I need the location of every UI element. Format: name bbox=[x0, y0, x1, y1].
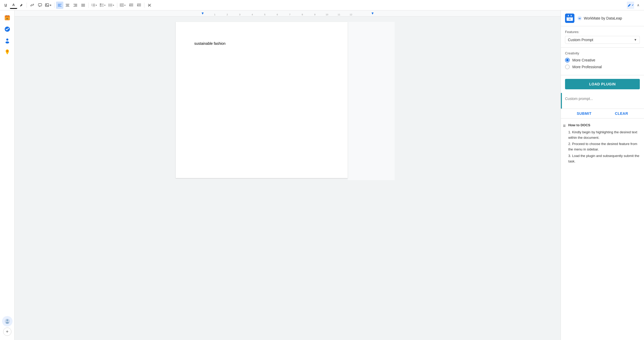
ruler-inner: 1 2 3 4 5 6 7 8 9 10 11 12 bbox=[202, 10, 374, 16]
ruler-tick-11: 11 bbox=[338, 13, 340, 16]
comment-button[interactable] bbox=[36, 2, 44, 9]
svg-point-47 bbox=[6, 39, 8, 41]
ruler-tick-10: 10 bbox=[326, 13, 328, 16]
bullet-list-button[interactable] bbox=[107, 2, 115, 9]
ruler-tick-1: 1 bbox=[214, 13, 216, 16]
howto-icon: ≡ bbox=[563, 123, 566, 164]
howto-step-3: 3. Load the plugin and subsequently subm… bbox=[568, 153, 640, 164]
doc-page-wrapper: sustainable fashion bbox=[176, 22, 400, 180]
ruler-tick-5: 5 bbox=[264, 13, 266, 16]
howto-content: How to DOCS 1. Kindly begin by highlight… bbox=[568, 123, 640, 164]
chevron-down-icon: ▼ bbox=[634, 38, 637, 42]
toolbar: U A 1.2. bbox=[0, 0, 644, 10]
divider-3 bbox=[88, 3, 89, 8]
numbered-list-button[interactable]: 1.2. bbox=[90, 2, 98, 9]
features-section: Features: Custom Prompt ▼ bbox=[561, 26, 644, 48]
creativity-label: Creativity bbox=[565, 51, 640, 55]
svg-point-2 bbox=[46, 4, 47, 5]
align-left-button[interactable] bbox=[56, 2, 63, 9]
outdent-button[interactable] bbox=[135, 2, 143, 9]
plugin-logo: 31 bbox=[565, 14, 574, 23]
svg-text:31: 31 bbox=[6, 18, 8, 20]
radio-label-creative: More Creative bbox=[572, 58, 595, 62]
align-right-button[interactable] bbox=[72, 2, 79, 9]
svg-text:2.: 2. bbox=[91, 5, 92, 6]
creativity-section: Creativity More Creative More Profession… bbox=[561, 48, 644, 75]
indent-button[interactable] bbox=[127, 2, 135, 9]
feature-selected-value: Custom Prompt bbox=[568, 38, 593, 42]
image-button[interactable] bbox=[44, 2, 53, 9]
ruler-tick-4: 4 bbox=[252, 13, 253, 16]
ruler: 1 2 3 4 5 6 7 8 9 10 11 12 bbox=[15, 10, 561, 17]
svg-rect-56 bbox=[568, 15, 569, 16]
ruler-tick-8: 8 bbox=[302, 13, 303, 16]
doc-pages: sustainable fashion bbox=[15, 17, 561, 340]
feature-select[interactable]: Custom Prompt ▼ bbox=[565, 36, 640, 44]
edit-pen-button[interactable] bbox=[627, 2, 634, 9]
ruler-tick-9: 9 bbox=[314, 13, 316, 16]
radio-dot-creative bbox=[566, 59, 569, 61]
checklist-button[interactable] bbox=[99, 2, 107, 9]
ruler-tick-3: 3 bbox=[239, 13, 241, 16]
icon-sidebar: 31 + bbox=[0, 10, 15, 340]
clear-formatting-button[interactable]: T bbox=[146, 2, 153, 9]
ruler-tick-7: 7 bbox=[289, 13, 291, 16]
ruler-tick-2: 2 bbox=[227, 13, 228, 16]
line-spacing-button[interactable] bbox=[119, 2, 127, 9]
radio-label-professional: More Professional bbox=[572, 65, 602, 69]
doc-content[interactable]: sustainable fashion bbox=[194, 41, 329, 46]
collapse-button[interactable]: ∧ bbox=[635, 2, 642, 9]
sidebar-add-button[interactable]: + bbox=[3, 328, 11, 336]
load-plugin-button[interactable]: LOAD PLUGIN bbox=[565, 79, 640, 89]
divider-5 bbox=[144, 3, 144, 8]
sidebar-item-tasks[interactable] bbox=[2, 24, 13, 34]
underline-button[interactable]: U bbox=[2, 2, 9, 9]
svg-point-28 bbox=[109, 7, 109, 7]
svg-text:W: W bbox=[579, 17, 581, 20]
plugin-title: WorkMate by DataLeap bbox=[584, 16, 622, 20]
doc-page[interactable]: sustainable fashion bbox=[176, 22, 348, 178]
radio-circle-professional bbox=[565, 65, 570, 69]
svg-point-48 bbox=[5, 41, 9, 43]
doc-text: sustainable fashion bbox=[194, 41, 226, 46]
align-justify-button[interactable] bbox=[79, 2, 87, 9]
svg-rect-43 bbox=[6, 15, 7, 16]
plugin-header: 31 W WorkMate by DataLeap bbox=[561, 10, 644, 26]
features-label: Features: bbox=[565, 30, 640, 34]
doc-page-right bbox=[348, 22, 395, 180]
radio-more-creative[interactable]: More Creative bbox=[565, 58, 640, 62]
svg-text:T: T bbox=[148, 4, 149, 7]
howto-section: ≡ How to DOCS 1. Kindly begin by highlig… bbox=[561, 118, 644, 168]
ruler-tick-6: 6 bbox=[277, 13, 278, 16]
align-center-button[interactable] bbox=[64, 2, 71, 9]
clear-button[interactable]: CLEAR bbox=[615, 111, 628, 116]
divider-2 bbox=[54, 3, 54, 8]
svg-rect-44 bbox=[8, 15, 8, 16]
submit-button[interactable]: SUBMIT bbox=[577, 111, 592, 116]
main-area: 31 + 1 2 3 4 bbox=[0, 10, 644, 340]
svg-point-26 bbox=[109, 5, 109, 6]
svg-point-24 bbox=[109, 4, 109, 5]
svg-rect-42 bbox=[5, 16, 10, 17]
svg-rect-57 bbox=[571, 15, 572, 16]
howto-step-1: 1. Kindly begin by highlighting the desi… bbox=[568, 130, 640, 141]
svg-rect-0 bbox=[38, 4, 42, 6]
prompt-section bbox=[561, 93, 644, 109]
sidebar-item-maps[interactable] bbox=[2, 47, 13, 57]
link-button[interactable] bbox=[28, 2, 36, 9]
howto-title: How to DOCS bbox=[568, 123, 640, 128]
font-color-button[interactable]: A bbox=[10, 2, 17, 9]
sidebar-item-calendar[interactable]: 31 bbox=[2, 12, 13, 23]
prompt-input[interactable] bbox=[562, 93, 644, 109]
svg-rect-22 bbox=[100, 5, 101, 7]
sidebar-item-people[interactable] bbox=[2, 35, 13, 46]
radio-more-professional[interactable]: More Professional bbox=[565, 65, 640, 69]
svg-point-51 bbox=[6, 319, 8, 321]
prompt-input-row bbox=[561, 93, 644, 109]
svg-rect-55 bbox=[567, 16, 573, 17]
radio-circle-creative bbox=[565, 58, 570, 62]
highlight-button[interactable] bbox=[18, 2, 25, 9]
action-row: SUBMIT CLEAR bbox=[561, 109, 644, 118]
sidebar-item-workmate[interactable] bbox=[2, 316, 13, 326]
svg-text:31: 31 bbox=[569, 18, 571, 20]
